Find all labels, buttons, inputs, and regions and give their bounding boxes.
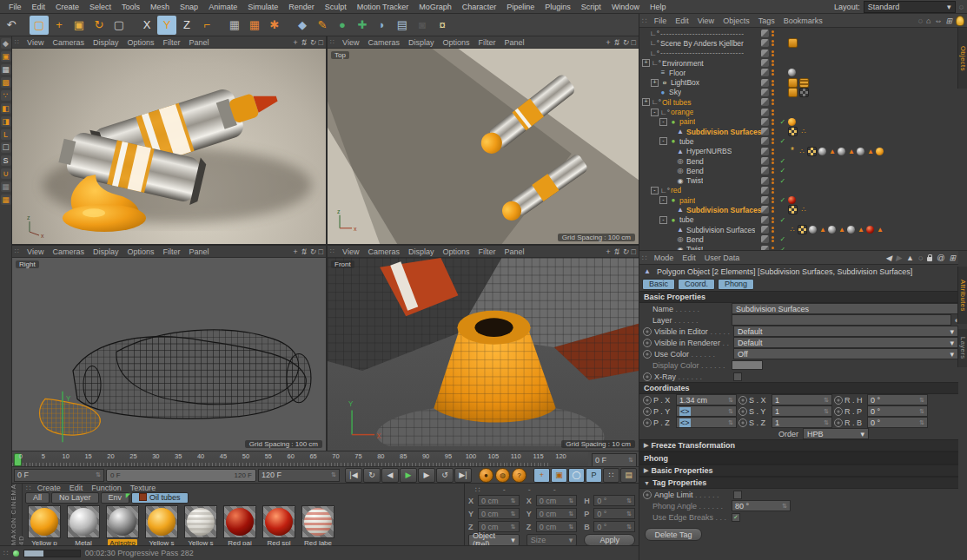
checker-tag-icon[interactable] <box>788 205 798 214</box>
undo-icon[interactable]: ↶ <box>2 16 21 35</box>
anim-dot-icon[interactable] <box>643 350 652 359</box>
key-scale-toggle[interactable]: ▣ <box>551 468 567 483</box>
render-settings-icon[interactable]: ✱ <box>265 16 284 35</box>
anim-dot-icon[interactable] <box>738 418 747 427</box>
deformers-icon[interactable]: ✚ <box>353 16 372 35</box>
object-axis-icon[interactable]: ☐ <box>1 142 11 153</box>
sphere-gray-tag-icon[interactable] <box>809 226 817 234</box>
menu-edit[interactable]: Edit <box>671 16 693 25</box>
x-ray-checkbox[interactable] <box>733 372 742 381</box>
menu-options[interactable]: Options <box>123 247 158 256</box>
key-position-toggle[interactable]: + <box>533 468 550 483</box>
delete-tag-button[interactable]: Delete Tag <box>645 528 702 541</box>
object-row-subdivision-surfaces[interactable]: ▲Subdivision Surfaces <box>639 127 967 136</box>
zoom-icon[interactable]: ⇅ <box>300 38 307 47</box>
object-row-subdivision-surfaces[interactable]: ▲Subdivision Surfaces <box>639 225 967 234</box>
menu-mode[interactable]: Mode <box>650 254 679 262</box>
up-icon[interactable]: ▲ <box>906 254 914 262</box>
layer-toggle[interactable] <box>761 118 769 126</box>
object-rel--dropdown[interactable]: Object (Rel)▾ <box>468 534 520 546</box>
layer-toggle[interactable] <box>761 109 769 116</box>
rotate-icon[interactable]: ↻ <box>622 38 629 47</box>
layer-toggle[interactable] <box>761 226 769 234</box>
menu-edit[interactable]: Edit <box>65 484 88 492</box>
pan-icon[interactable]: + <box>293 247 297 256</box>
tab-coord[interactable]: Coord. <box>678 279 715 290</box>
menu-file[interactable]: File <box>650 16 672 25</box>
record-keyframe-button[interactable]: ● <box>479 468 493 483</box>
rotate-icon[interactable]: ↻ <box>89 16 109 35</box>
visibility-dots[interactable] <box>772 50 775 56</box>
dots-tag-icon[interactable] <box>799 206 807 214</box>
render-view-icon[interactable]: ▦ <box>225 16 244 35</box>
menu-filter[interactable]: Filter <box>159 38 185 47</box>
object-row--[interactable]: ∟°------------------------------ <box>639 29 967 38</box>
checker-tag-icon[interactable] <box>788 127 798 136</box>
tri-tag-icon[interactable] <box>866 148 874 155</box>
coord-r-h-field[interactable]: 0 °⇅ <box>867 394 928 405</box>
zoom-icon[interactable]: ⇅ <box>300 247 307 256</box>
lock-icon[interactable] <box>927 257 932 261</box>
sphere-gray-tag-icon[interactable] <box>818 148 826 155</box>
live-selection-icon[interactable]: ▢ <box>30 16 49 35</box>
menu-bookmarks[interactable]: Bookmarks <box>779 16 827 25</box>
visibility-dots[interactable] <box>772 207 775 213</box>
coord-field-y-0[interactable]: 0 cm⇅ <box>478 508 520 519</box>
polygons-mode-icon[interactable]: ◨ <box>1 116 11 127</box>
coord-field-z-1[interactable]: 0 cm⇅ <box>536 521 578 532</box>
coordinate-system-icon[interactable]: ⌐ <box>197 16 216 35</box>
layout-select[interactable]: Standard▾ <box>864 1 956 13</box>
coord-field-y-1[interactable]: 0 cm⇅ <box>536 508 578 519</box>
viewport-front-canvas[interactable]: Front Grid Spacing : 10 cm <box>328 258 639 451</box>
expand-toggle[interactable]: - <box>659 216 667 224</box>
order-dropdown[interactable]: HPB▾ <box>803 428 869 439</box>
tri-tag-icon[interactable] <box>828 148 836 155</box>
object-row-orange[interactable]: -∟°orange <box>639 107 967 116</box>
primitive-cube-icon[interactable]: ◆ <box>293 16 312 35</box>
phong-angle-field[interactable]: 80 °⇅ <box>732 500 791 511</box>
anim-dot-icon[interactable] <box>643 396 652 405</box>
sphere-gray-tag-icon[interactable] <box>828 226 836 234</box>
axis-mode-icon[interactable]: L <box>1 129 11 140</box>
menu-panel[interactable]: Panel <box>185 38 214 47</box>
tri-tag-icon[interactable] <box>876 226 884 234</box>
loop-button[interactable]: ↻ <box>363 468 381 483</box>
object-row-tube[interactable]: -●tube✓ <box>639 136 967 146</box>
expand-toggle[interactable]: + <box>651 79 659 87</box>
menu-mesh[interactable]: Mesh <box>145 3 175 11</box>
use-edge-breaks-checkbox[interactable]: ✓ <box>732 513 740 522</box>
forward-icon[interactable]: ▶ <box>896 254 902 262</box>
tri-tag-icon[interactable] <box>847 148 855 155</box>
section-phong-basic[interactable]: ▶ Basic Properties <box>639 464 958 477</box>
coord-field-p-2[interactable]: 0 °⇅ <box>593 508 635 519</box>
timeline-frame-field[interactable]: 0 F⇅ <box>592 453 637 467</box>
maximize-icon[interactable]: □ <box>319 247 323 256</box>
next-frame-button[interactable]: ▶ <box>418 468 435 483</box>
coord-p-y-field[interactable]: <>⇅ <box>676 405 737 417</box>
menu-display[interactable]: Display <box>89 247 123 256</box>
menu-panel[interactable]: Panel <box>500 38 529 47</box>
sphere-gray-tag-icon[interactable] <box>788 69 796 76</box>
menu-view[interactable]: View <box>338 38 363 47</box>
viewport-top-canvas[interactable]: Top Grid Spacing : 100 cm <box>328 49 639 244</box>
menu-filter[interactable]: Filter <box>474 247 500 256</box>
axis-y-icon[interactable]: Y <box>157 16 176 35</box>
coord-s-z-field[interactable]: 1⇅ <box>772 417 832 428</box>
visibility-dots[interactable] <box>772 148 775 155</box>
viewport-right[interactable]: ∷ ViewCamerasDisplayOptionsFilterPanel +… <box>12 246 326 451</box>
layer-toggle[interactable] <box>761 235 769 243</box>
rotate-icon[interactable]: ↻ <box>309 38 316 47</box>
material-metal[interactable]: Metal <box>65 505 102 547</box>
dots-tag-icon[interactable] <box>788 226 796 234</box>
key-rotation-toggle[interactable]: ◯ <box>568 468 585 483</box>
menu-objects[interactable]: Objects <box>719 16 754 25</box>
menu-function[interactable]: Function <box>87 484 126 492</box>
dots-tag-icon[interactable] <box>799 128 807 135</box>
layer-toggle[interactable] <box>761 196 769 204</box>
edges-mode-icon[interactable]: ◧ <box>1 103 11 114</box>
layer-toggle[interactable] <box>761 89 769 96</box>
anim-dot-icon[interactable] <box>738 396 747 405</box>
key-pla-toggle[interactable]: ∷ <box>603 468 619 483</box>
tri-tag-icon[interactable] <box>857 226 864 234</box>
search-icon[interactable]: ◌ <box>918 254 923 262</box>
